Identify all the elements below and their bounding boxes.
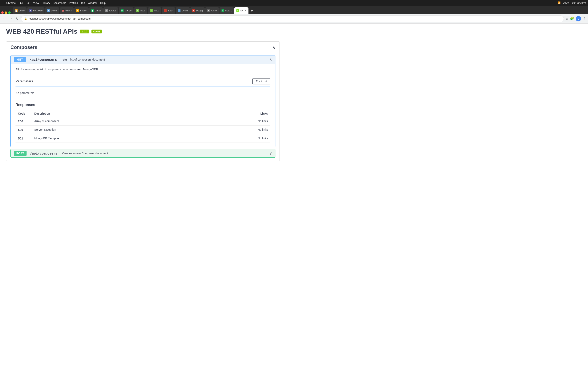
tab-label: Bradle [80, 9, 86, 12]
responses-title: Responses [16, 103, 270, 107]
response-code: 500 [16, 125, 32, 134]
new-tab-button[interactable]: + [249, 7, 255, 14]
tab-favicon: I [150, 9, 153, 12]
col-header-links: Links [192, 110, 270, 117]
get-endpoint-description: return list of composers document [62, 58, 105, 61]
tab-favicon: E [105, 9, 108, 12]
apple-icon[interactable]:  [2, 1, 3, 4]
lock-icon: 🔒 [24, 17, 27, 20]
close-tab-icon[interactable]: ✕ [244, 9, 246, 12]
composers-section: Composers ∧ GET /api/composers return li… [6, 42, 280, 161]
get-endpoint-row: GET /api/composers return list of compos… [10, 55, 276, 147]
menu-edit[interactable]: Edit [26, 1, 30, 4]
menu-window[interactable]: Window [88, 1, 97, 4]
tab-anint[interactable]: ● An Int [205, 7, 219, 14]
tab-favicon: ● [207, 9, 210, 12]
tab-favicon: . [164, 9, 167, 12]
forward-button[interactable]: → [9, 16, 13, 21]
tab-favicon: S [236, 9, 239, 12]
tab-datab[interactable]: ◆ Datab [89, 7, 103, 14]
parameters-title: Parameters [16, 80, 33, 83]
tab-mongo[interactable]: M Mongo [119, 7, 134, 14]
tab-sw-active[interactable]: S Sw ✕ [234, 7, 249, 14]
maximize-window-btn[interactable] [8, 11, 11, 14]
tab-favicon: ⬇ [178, 9, 181, 12]
wifi-icon: 📶 [558, 1, 561, 4]
tab-downl1[interactable]: ⬇ Downl [45, 7, 59, 14]
menu-items: Chrome File Edit View History Bookmarks … [6, 1, 105, 4]
tab-doten[interactable]: . doten [162, 7, 175, 14]
menu-history[interactable]: History [42, 1, 50, 4]
tab-bb[interactable]: B Bb 19739 [27, 7, 44, 14]
response-code: 200 [16, 117, 32, 125]
menu-chrome[interactable]: Chrome [6, 1, 16, 4]
tab-favicon: M [121, 9, 123, 12]
responses-table: Code Description Links 200 Array of comp… [16, 110, 270, 143]
post-endpoint-header[interactable]: POST /api/composers Creates a new Compos… [11, 149, 275, 157]
section-header[interactable]: Composers ∧ [6, 42, 279, 53]
tab-label: Downl [51, 9, 57, 12]
tab-label: Sw [240, 9, 243, 12]
tab-swagg[interactable]: S swagg [190, 7, 205, 14]
responses-section: Responses Code Description Links 200 [16, 103, 270, 143]
get-endpoint-collapse-button[interactable]: ∧ [269, 57, 272, 62]
oas-badge: OAS3 [91, 30, 102, 33]
tab-favicon: 🐙 [62, 9, 65, 12]
reload-button[interactable]: ↻ [15, 16, 19, 21]
back-button[interactable]: ← [2, 16, 7, 21]
tab-label: Bb 19739 [33, 9, 43, 12]
try-it-out-button[interactable]: Try it out [252, 78, 270, 84]
menu-dots-icon[interactable]: ⋮ [583, 17, 586, 21]
tab-datal[interactable]: ◆ Data L [219, 7, 234, 14]
response-row: 500 Server Exception No links [16, 125, 270, 134]
tab-label: Expres [109, 9, 116, 12]
tab-label: doten [168, 9, 173, 12]
tab-downl2[interactable]: ⬇ Downl [176, 7, 190, 14]
tab-favicon: 📋 [15, 9, 17, 12]
tab-label: Inspe [154, 9, 159, 12]
menu-profiles[interactable]: Profiles [69, 1, 78, 4]
col-header-code: Code [16, 110, 32, 117]
menu-help[interactable]: Help [100, 1, 105, 4]
tab-web[interactable]: 🐙 web-4 [60, 7, 74, 14]
tab-inspe1[interactable]: I Inspe [134, 7, 147, 14]
tab-label: swagg [196, 9, 203, 12]
menu-view[interactable]: View [33, 1, 39, 4]
response-links: No links [192, 125, 270, 134]
tab-conte[interactable]: 📋 Conte [13, 7, 26, 14]
get-endpoint-header[interactable]: GET /api/composers return list of compos… [11, 55, 275, 64]
tab-inspe2[interactable]: I Inspe [148, 7, 161, 14]
tab-favicon: B [29, 9, 32, 12]
response-links: No links [192, 117, 270, 125]
tab-label: Datab [95, 9, 101, 12]
tab-expres[interactable]: E Expres [103, 7, 118, 14]
close-window-btn[interactable] [1, 11, 4, 14]
post-method-badge: POST [14, 151, 26, 156]
menu-tab[interactable]: Tab [81, 1, 85, 4]
page-title: WEB 420 RESTful APIs [6, 28, 77, 35]
section-title: Composers [10, 44, 37, 50]
menu-file[interactable]: File [18, 1, 23, 4]
response-description: MongoDB Exception [32, 134, 192, 143]
tab-favicon: ⬇ [47, 9, 50, 12]
tab-favicon: B [76, 9, 79, 12]
get-endpoint-content: API for returning a list of composers do… [11, 64, 275, 147]
get-endpoint-path: /api/composers [29, 58, 57, 62]
bookmark-star-icon[interactable]: ☆ [566, 17, 568, 21]
section-collapse-button[interactable]: ∧ [272, 45, 276, 50]
menu-bookmarks[interactable]: Bookmarks [53, 1, 66, 4]
mac-menubar:  Chrome File Edit View History Bookmark… [0, 0, 588, 6]
response-links: No links [192, 134, 270, 143]
post-endpoint-collapse-button[interactable]: ∨ [269, 151, 272, 156]
parameters-header: Parameters Try it out [16, 78, 270, 86]
tab-bradle[interactable]: B Bradle [74, 7, 89, 14]
user-avatar[interactable]: U [576, 16, 581, 21]
chrome-addressbar: ← → ↻ 🔒 localhost:3000/api/#/Composers/g… [0, 14, 588, 24]
extensions-icon[interactable]: 🧩 [570, 17, 574, 21]
address-bar[interactable]: 🔒 localhost:3000/api/#/Composers/get_api… [21, 16, 564, 22]
tab-label: Mongo [125, 9, 131, 12]
parameters-section: Parameters Try it out No parameters [16, 78, 270, 99]
tab-label: Inspe [140, 9, 145, 12]
url-text: localhost:3000/api/#/Composers/get_api_c… [29, 17, 91, 20]
minimize-window-btn[interactable] [5, 11, 7, 14]
